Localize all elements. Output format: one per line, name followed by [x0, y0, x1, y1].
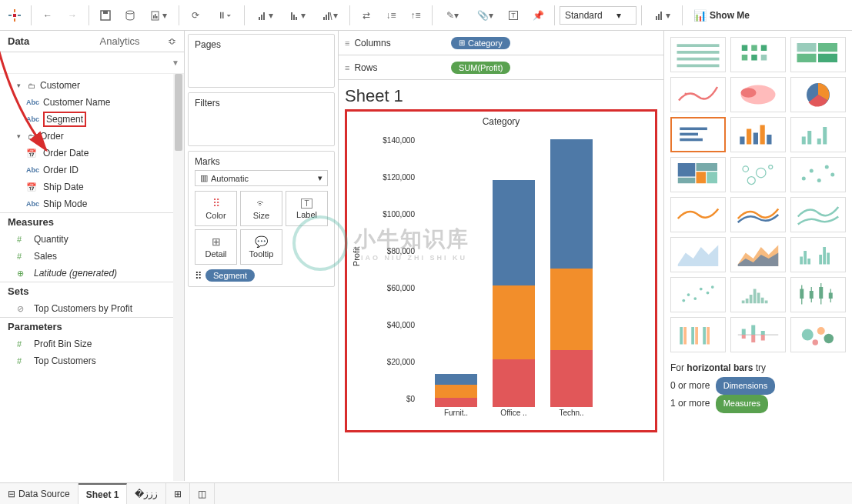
showme-thumb-2[interactable]: [790, 37, 846, 72]
ytick: $60,000: [387, 284, 415, 292]
swap-icon[interactable]: ▾: [249, 4, 280, 27]
segment-corporate[interactable]: [493, 285, 535, 359]
segment-home-office[interactable]: [493, 359, 535, 407]
svg-point-80: [707, 292, 710, 295]
sort-asc-icon[interactable]: ▾: [282, 4, 312, 27]
pin-icon[interactable]: 📌: [526, 4, 550, 27]
back-icon[interactable]: ←: [36, 4, 59, 27]
filters-card[interactable]: Filters: [188, 92, 335, 146]
showme-thumb-1[interactable]: [730, 37, 786, 72]
marks-type-dropdown[interactable]: ▥Automatic ▾: [195, 170, 328, 186]
fit-dropdown[interactable]: Standard ▾: [560, 6, 636, 25]
profit-pill[interactable]: SUM(Profit): [451, 62, 510, 74]
pause-icon[interactable]: ⏸▾: [209, 4, 239, 27]
showme-thumb-21[interactable]: [670, 317, 726, 352]
svg-rect-15: [291, 12, 292, 20]
scrollbar[interactable]: [173, 74, 184, 481]
showme-thumb-5[interactable]: [790, 77, 846, 112]
field-ship-mode[interactable]: AbcShip Mode: [0, 195, 184, 212]
present-icon[interactable]: ▾: [647, 4, 677, 27]
showme-thumb-9[interactable]: [670, 157, 726, 192]
showme-thumb-11[interactable]: [790, 157, 846, 192]
ytick: $80,000: [387, 247, 415, 255]
group-icon[interactable]: 📎▾: [469, 4, 500, 27]
dropdown-caret-icon[interactable]: ▼: [172, 58, 179, 67]
segment-corporate[interactable]: [435, 385, 477, 398]
marks-color[interactable]: ⠿Color: [195, 191, 237, 226]
showme-thumb-8[interactable]: [790, 117, 846, 152]
marks-segment-pill-row[interactable]: ⠿ Segment: [195, 269, 328, 282]
new-dashboard-button[interactable]: ⊞: [166, 483, 190, 504]
showme-thumb-22[interactable]: [730, 317, 786, 352]
marks-detail[interactable]: ⊞Detail: [195, 229, 237, 265]
segment-consumer[interactable]: [435, 374, 477, 385]
field-quantity[interactable]: #Quantity: [0, 231, 184, 248]
marks-tooltip[interactable]: 💬Tooltip: [240, 229, 282, 265]
pages-card[interactable]: Pages: [188, 34, 335, 88]
showme-thumb-15[interactable]: [670, 237, 726, 272]
field-profit-bin[interactable]: #Profit Bin Size: [0, 335, 184, 352]
showme-thumb-13[interactable]: [730, 197, 786, 232]
sort-desc-icon[interactable]: ▾: [314, 4, 345, 27]
svg-rect-101: [703, 327, 706, 345]
showme-thumb-10[interactable]: [730, 157, 786, 192]
sheet-title[interactable]: Sheet 1: [345, 86, 657, 106]
folder-customer[interactable]: ▾🗀Customer: [0, 77, 184, 94]
field-order-date[interactable]: 📅Order Date: [0, 145, 184, 162]
highlight-icon[interactable]: ✎▾: [437, 4, 468, 27]
showme-thumb-17[interactable]: [790, 237, 846, 272]
showme-thumb-18[interactable]: [670, 277, 726, 312]
segment-consumer[interactable]: [550, 139, 593, 269]
showme-thumb-4[interactable]: [730, 77, 786, 112]
show-me-button[interactable]: 📊 Show Me: [687, 6, 756, 25]
segment-home-office[interactable]: [435, 398, 477, 407]
sort-field-asc-icon[interactable]: ↓≡: [379, 4, 403, 27]
field-latitude[interactable]: ⊕Latitude (generated): [0, 265, 184, 282]
showme-thumb-12[interactable]: [670, 197, 726, 232]
field-sales[interactable]: #Sales: [0, 248, 184, 265]
fields-tree: ▾🗀Customer AbcCustomer Name AbcSegment ▾…: [0, 74, 184, 481]
folder-order[interactable]: ▾🗀Order: [0, 128, 184, 145]
segment-corporate[interactable]: [550, 269, 593, 350]
save-icon[interactable]: [94, 4, 117, 27]
rows-shelf[interactable]: ≡Rows SUM(Profit): [339, 55, 663, 80]
showme-thumb-23[interactable]: [790, 317, 846, 352]
sort-field-desc-icon[interactable]: ↑≡: [404, 4, 427, 27]
ytick: $0: [406, 395, 415, 403]
new-story-button[interactable]: ◫: [190, 483, 215, 504]
field-customer-name[interactable]: AbcCustomer Name: [0, 94, 184, 111]
field-segment[interactable]: AbcSegment: [0, 111, 184, 128]
marks-size[interactable]: ᯤSize: [240, 191, 282, 226]
showme-thumb-0[interactable]: [670, 37, 726, 72]
field-order-id[interactable]: AbcOrder ID: [0, 162, 184, 179]
tab-data[interactable]: Data: [0, 31, 92, 52]
tab-data-source[interactable]: ⊟Data Source: [0, 483, 79, 504]
showme-thumb-14[interactable]: [790, 197, 846, 232]
tab-sheet1[interactable]: Sheet 1: [79, 483, 128, 504]
totals-icon[interactable]: ⇄: [355, 4, 378, 27]
svg-rect-29: [742, 45, 748, 52]
segment-consumer[interactable]: [493, 180, 535, 285]
columns-shelf[interactable]: ≡Columns ⊞Category: [339, 31, 663, 55]
segment-pill[interactable]: Segment: [205, 269, 255, 282]
marks-label[interactable]: TLabel: [286, 191, 328, 226]
new-source-icon[interactable]: [119, 4, 142, 27]
showme-thumb-19[interactable]: [730, 277, 786, 312]
refresh-icon[interactable]: ⟳: [184, 4, 207, 27]
showme-thumb-20[interactable]: [790, 277, 846, 312]
field-ship-date[interactable]: 📅Ship Date: [0, 179, 184, 195]
showme-thumb-7[interactable]: [730, 117, 786, 152]
new-sheet-icon[interactable]: ▾: [143, 4, 174, 27]
tab-analytics[interactable]: Analytics≎: [92, 31, 185, 52]
label-icon[interactable]: T: [502, 4, 525, 27]
category-pill[interactable]: ⊞Category: [451, 37, 510, 49]
segment-home-office[interactable]: [550, 350, 593, 407]
svg-point-66: [810, 169, 814, 173]
field-top-customers-param[interactable]: #Top Customers: [0, 352, 184, 369]
showme-thumb-16[interactable]: [730, 237, 786, 272]
forward-icon[interactable]: →: [61, 4, 84, 27]
new-worksheet-button[interactable]: �ززز: [127, 483, 166, 504]
field-top-customers-set[interactable]: ⊘Top Customers by Profit: [0, 300, 184, 317]
showme-thumb-6[interactable]: [670, 117, 726, 152]
showme-thumb-3[interactable]: [670, 77, 726, 112]
